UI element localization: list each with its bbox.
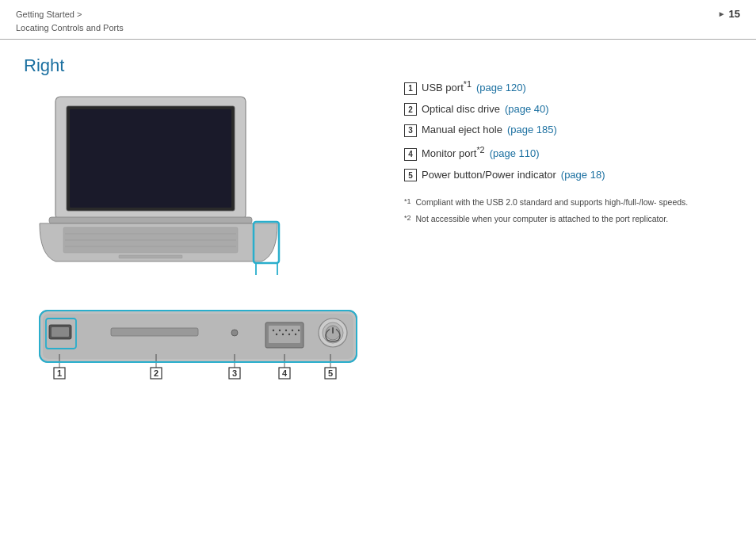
page-title: Right bbox=[24, 55, 388, 76]
left-section: Right bbox=[24, 55, 388, 392]
footnote-mark-2: *2 bbox=[404, 212, 411, 226]
right-section: 1 USB port*1 (page 120) 2 Optical disc d… bbox=[404, 55, 732, 392]
laptop-illustration bbox=[32, 89, 301, 295]
item-number-1: 1 bbox=[404, 82, 417, 95]
svg-rect-2 bbox=[70, 109, 231, 208]
svg-point-22 bbox=[279, 330, 281, 331]
item-text-5: Power button/Power indicator bbox=[422, 169, 556, 181]
item-number-5: 5 bbox=[404, 169, 417, 181]
item-text-3: Manual eject hole bbox=[422, 124, 502, 135]
svg-point-29 bbox=[295, 334, 296, 335]
svg-point-28 bbox=[288, 334, 290, 335]
item-text-1: USB port*1 bbox=[422, 79, 472, 93]
svg-point-24 bbox=[292, 330, 293, 331]
panel-svg: 1 2 3 4 5 bbox=[32, 303, 365, 390]
svg-point-26 bbox=[276, 334, 277, 335]
svg-point-27 bbox=[282, 334, 284, 335]
footnote-1: *1 Compliant with the USB 2.0 standard a… bbox=[404, 196, 732, 209]
svg-point-25 bbox=[298, 330, 300, 331]
svg-rect-13 bbox=[43, 314, 353, 359]
item-number-3: 3 bbox=[404, 124, 417, 137]
main-content: Right bbox=[0, 40, 756, 408]
svg-text:2: 2 bbox=[154, 368, 158, 378]
footnote-2: *2 Not accessible when your computer is … bbox=[404, 212, 732, 226]
breadcrumb: Getting Started > Locating Controls and … bbox=[16, 8, 124, 34]
bottom-panel-diagram: 1 2 3 4 5 bbox=[32, 303, 388, 392]
svg-point-18 bbox=[231, 330, 238, 336]
svg-text:5: 5 bbox=[328, 368, 333, 378]
page-number: ► 15 bbox=[718, 8, 740, 20]
svg-rect-15 bbox=[52, 327, 69, 337]
svg-text:3: 3 bbox=[232, 368, 237, 378]
item-text-2: Optical disc drive bbox=[422, 103, 500, 115]
item-text-4: Monitor port*2 bbox=[422, 145, 485, 159]
footnotes: *1 Compliant with the USB 2.0 standard a… bbox=[404, 196, 732, 226]
list-item: 2 Optical disc drive (page 40) bbox=[404, 103, 732, 116]
svg-rect-8 bbox=[119, 255, 182, 258]
item-list: 1 USB port*1 (page 120) 2 Optical disc d… bbox=[404, 79, 732, 181]
list-item: 4 Monitor port*2 (page 110) bbox=[404, 145, 732, 161]
laptop-svg bbox=[32, 89, 285, 279]
item-link-1[interactable]: (page 120) bbox=[476, 82, 526, 93]
svg-text:4: 4 bbox=[282, 368, 288, 378]
list-item: 3 Manual eject hole (page 185) bbox=[404, 124, 732, 137]
footnote-text-1: Compliant with the USB 2.0 standard and … bbox=[416, 196, 689, 209]
page-header: Getting Started > Locating Controls and … bbox=[0, 0, 756, 40]
svg-point-23 bbox=[285, 330, 287, 331]
svg-text:1: 1 bbox=[57, 368, 62, 378]
arrow-icon: ► bbox=[718, 10, 726, 18]
item-link-4[interactable]: (page 110) bbox=[490, 147, 540, 159]
item-link-3[interactable]: (page 185) bbox=[507, 124, 557, 135]
footnote-mark-1: *1 bbox=[404, 196, 411, 209]
item-number-2: 2 bbox=[404, 103, 417, 116]
svg-point-21 bbox=[273, 330, 274, 331]
item-link-5[interactable]: (page 18) bbox=[561, 169, 605, 181]
list-item: 1 USB port*1 (page 120) bbox=[404, 79, 732, 95]
list-item: 5 Power button/Power indicator (page 18) bbox=[404, 169, 732, 182]
svg-rect-3 bbox=[49, 217, 252, 223]
svg-rect-17 bbox=[111, 328, 198, 336]
item-link-2[interactable]: (page 40) bbox=[505, 103, 549, 115]
item-number-4: 4 bbox=[404, 148, 417, 161]
footnote-text-2: Not accessible when your computer is att… bbox=[416, 212, 669, 226]
